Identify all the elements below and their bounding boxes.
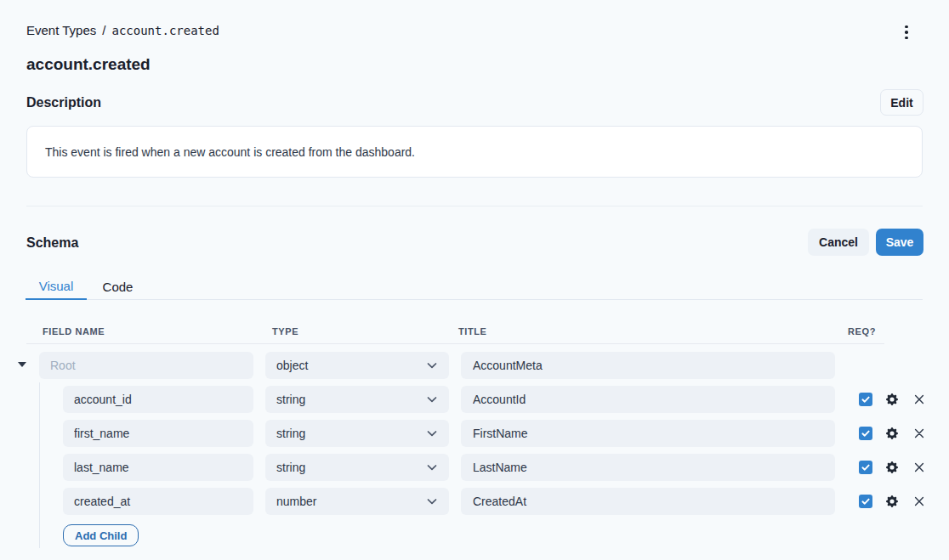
- required-checkbox[interactable]: [859, 393, 872, 406]
- close-icon[interactable]: [914, 496, 924, 506]
- field-name-input[interactable]: [63, 454, 253, 481]
- description-text: This event is fired when a new account i…: [45, 145, 415, 159]
- description-box: This event is fired when a new account i…: [26, 126, 923, 178]
- breadcrumb-event-types-link[interactable]: Event Types: [26, 23, 96, 37]
- chevron-down-icon: [427, 431, 437, 437]
- chevron-down-icon: [427, 363, 437, 369]
- schema-table: FIELD NAME TYPE TITLE REQ? object string: [0, 319, 949, 560]
- schema-heading: Schema: [26, 235, 78, 251]
- kebab-menu-icon[interactable]: [900, 22, 913, 42]
- required-checkbox[interactable]: [859, 461, 872, 474]
- schema-row: string: [0, 420, 949, 447]
- chevron-down-icon: [427, 397, 437, 403]
- type-select[interactable]: string: [265, 386, 449, 413]
- caret-down-icon[interactable]: [18, 362, 26, 367]
- gear-icon[interactable]: [886, 495, 898, 507]
- section-divider: [26, 206, 923, 206]
- schema-row: string: [0, 386, 949, 413]
- page-title: account.created: [26, 55, 151, 74]
- type-select[interactable]: number: [265, 488, 449, 515]
- title-input[interactable]: [461, 386, 835, 413]
- cancel-button[interactable]: Cancel: [808, 229, 869, 256]
- title-input[interactable]: [461, 488, 835, 515]
- tab-code[interactable]: Code: [87, 274, 149, 300]
- chevron-down-icon: [427, 499, 437, 505]
- save-button[interactable]: Save: [876, 229, 923, 256]
- table-header-divider: [26, 343, 884, 344]
- root-title-input[interactable]: [461, 352, 835, 379]
- column-header-field-name: FIELD NAME: [43, 326, 105, 337]
- add-child-button[interactable]: Add Child: [63, 524, 139, 546]
- schema-row: string: [0, 454, 949, 481]
- title-input[interactable]: [461, 420, 835, 447]
- required-checkbox[interactable]: [859, 495, 872, 508]
- description-heading: Description: [26, 95, 101, 110]
- chevron-down-icon: [427, 465, 437, 471]
- column-header-title: TITLE: [458, 326, 487, 337]
- tabs-border: [26, 299, 923, 300]
- breadcrumb-current: account.created: [111, 24, 219, 37]
- schema-row: number: [0, 488, 949, 515]
- schema-row-root: object: [0, 352, 949, 379]
- close-icon[interactable]: [914, 394, 924, 404]
- gear-icon[interactable]: [886, 461, 898, 473]
- field-name-input[interactable]: [63, 386, 253, 413]
- close-icon[interactable]: [914, 428, 924, 438]
- breadcrumb-separator: /: [102, 23, 105, 37]
- required-checkbox[interactable]: [859, 427, 872, 440]
- event-type-detail-page: Event Types / account.created account.cr…: [0, 0, 949, 560]
- edit-description-button[interactable]: Edit: [880, 89, 923, 116]
- title-input[interactable]: [461, 454, 835, 481]
- gear-icon[interactable]: [886, 427, 898, 439]
- type-select[interactable]: string: [265, 454, 449, 481]
- column-header-type: TYPE: [272, 326, 298, 337]
- column-header-req: REQ?: [848, 326, 876, 337]
- gear-icon[interactable]: [886, 393, 898, 405]
- tab-visual[interactable]: Visual: [26, 274, 87, 300]
- field-name-input[interactable]: [63, 420, 253, 447]
- close-icon[interactable]: [914, 462, 924, 472]
- root-field-name-input[interactable]: [39, 352, 253, 379]
- breadcrumb: Event Types / account.created: [26, 23, 219, 37]
- field-name-input[interactable]: [63, 488, 253, 515]
- root-type-select[interactable]: object: [265, 352, 449, 379]
- type-select[interactable]: string: [265, 420, 449, 447]
